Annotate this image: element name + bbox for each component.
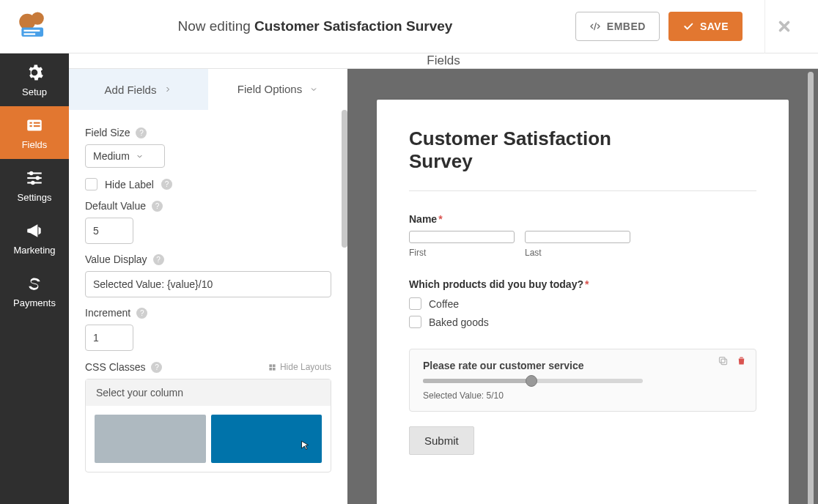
trash-icon[interactable] [736,355,747,366]
help-icon[interactable]: ? [161,179,172,190]
slider-fill [423,379,533,383]
column-option-1[interactable] [95,415,206,463]
svg-point-16 [31,180,34,184]
checkbox-baked-goods-label: Baked goods [429,316,489,328]
svg-point-14 [29,171,33,174]
page-title: Now editing Customer Satisfaction Survey [55,18,575,34]
chevron-down-icon [309,85,318,94]
duplicate-icon[interactable] [718,355,729,366]
default-value-input[interactable] [85,218,133,244]
hide-label-text: Hide Label [105,179,154,190]
svg-rect-9 [34,122,40,123]
slider-value-text: Selected Value: 5/10 [423,390,743,401]
help-icon[interactable]: ? [136,308,147,319]
checkbox-baked-goods[interactable] [409,316,421,328]
value-display-label: Value Display ? [85,253,331,265]
grid-icon [268,363,276,371]
svg-rect-7 [30,122,32,123]
save-label: SAVE [700,21,729,32]
first-name-input[interactable] [409,231,515,243]
css-classes-label: CSS Classes ? [85,361,162,373]
svg-rect-19 [269,367,272,370]
cursor-icon [298,440,312,453]
slider-field[interactable]: Please rate our customer service Selecte… [409,349,756,412]
column-layout-picker: Select your column [85,379,331,472]
svg-rect-20 [273,367,276,370]
nav-settings[interactable]: Settings [0,159,69,212]
svg-rect-10 [34,125,40,127]
value-display-input[interactable] [85,271,331,297]
svg-rect-2 [21,28,43,37]
svg-rect-17 [269,364,272,367]
options-scrollbar[interactable] [342,110,347,248]
help-icon[interactable]: ? [136,127,147,138]
column-caption: Select your column [86,379,331,406]
default-value-label: Default Value ? [85,200,331,212]
svg-line-5 [594,23,597,29]
embed-button[interactable]: EMBED [575,12,660,41]
chevron-down-icon [136,152,144,160]
svg-rect-21 [721,359,727,365]
sliders-icon [25,168,44,188]
checkbox-coffee-label: Coffee [429,298,459,310]
help-icon[interactable]: ? [151,362,162,373]
slider-track[interactable] [423,379,643,383]
hide-layouts-toggle[interactable]: Hide Layouts [268,362,331,372]
products-field-label: Which products did you buy today?* [409,278,756,290]
section-title: Fields [69,53,818,69]
svg-point-1 [32,12,44,24]
nav-payments[interactable]: Payments [0,264,69,317]
preview-area: Customer Satisfaction Survey Name* First… [347,69,818,504]
embed-label: EMBED [607,21,646,32]
form-name: Customer Satisfaction Survey [254,18,452,34]
checkbox-coffee[interactable] [409,297,421,310]
increment-input[interactable] [85,325,133,351]
svg-point-15 [36,176,40,179]
tab-field-options[interactable]: Field Options [208,69,347,110]
header-actions: EMBED SAVE [575,12,743,41]
nav-marketing[interactable]: Marketing [0,212,69,264]
svg-rect-18 [273,364,276,367]
header-bar: Now editing Customer Satisfaction Survey… [0,0,818,53]
last-sublabel: Last [525,248,630,258]
form-icon [25,116,44,135]
megaphone-icon [25,221,44,240]
slider-label: Please rate our customer service [423,360,743,371]
form-preview: Customer Satisfaction Survey Name* First… [377,100,789,504]
svg-rect-22 [720,357,726,363]
last-name-input[interactable] [525,231,630,243]
options-panel: Add Fields Field Options Field Size ? Me… [69,69,347,504]
chevron-right-icon [163,85,172,94]
first-sublabel: First [409,248,515,258]
column-option-2[interactable] [211,415,323,463]
nav-setup[interactable]: Setup [0,53,69,106]
svg-rect-4 [24,33,36,34]
nav-fields[interactable]: Fields [0,106,69,159]
help-icon[interactable]: ? [152,201,163,212]
help-icon[interactable]: ? [153,254,164,265]
field-size-select[interactable]: Medium [85,144,165,168]
close-icon[interactable] [764,0,803,53]
app-logo [11,8,55,45]
tab-add-fields[interactable]: Add Fields [69,69,208,110]
save-button[interactable]: SAVE [668,12,743,41]
hide-label-checkbox[interactable] [85,178,97,190]
svg-rect-3 [24,30,40,32]
form-title: Customer Satisfaction Survey [409,127,644,173]
name-field-label: Name* [409,213,756,225]
dollar-icon [25,274,44,293]
preview-scrollbar[interactable] [808,72,815,504]
editing-prefix: Now editing [177,18,254,34]
increment-label: Increment ? [85,307,331,319]
side-nav: Setup Fields Settings Marketing Payments [0,53,69,504]
divider [409,190,756,191]
submit-button[interactable]: Submit [409,426,474,455]
slider-thumb[interactable] [526,375,537,387]
field-size-label: Field Size ? [85,127,331,138]
gear-icon [25,63,44,82]
svg-rect-8 [30,125,32,127]
